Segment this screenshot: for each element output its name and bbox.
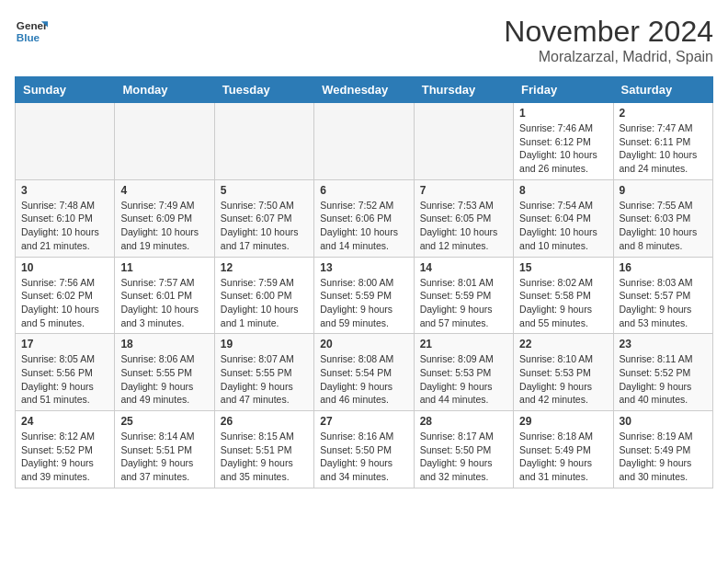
day-info: Sunrise: 8:06 AM Sunset: 5:55 PM Dayligh… — [120, 352, 208, 407]
day-number: 6 — [320, 184, 407, 197]
calendar-week-1: 1Sunrise: 7:46 AM Sunset: 6:12 PM Daylig… — [16, 103, 713, 180]
day-info: Sunrise: 8:05 AM Sunset: 5:56 PM Dayligh… — [21, 352, 108, 407]
calendar-header-monday: Monday — [115, 77, 214, 103]
day-info: Sunrise: 8:09 AM Sunset: 5:53 PM Dayligh… — [420, 352, 507, 407]
calendar-header-row: SundayMondayTuesdayWednesdayThursdayFrid… — [16, 77, 713, 103]
calendar-week-3: 10Sunrise: 7:56 AM Sunset: 6:02 PM Dayli… — [16, 257, 713, 334]
calendar-cell: 21Sunrise: 8:09 AM Sunset: 5:53 PM Dayli… — [414, 334, 513, 411]
day-number: 3 — [21, 184, 108, 197]
calendar-cell: 18Sunrise: 8:06 AM Sunset: 5:55 PM Dayli… — [115, 334, 214, 411]
day-number: 30 — [620, 415, 707, 428]
calendar-cell: 7Sunrise: 7:53 AM Sunset: 6:05 PM Daylig… — [414, 179, 513, 257]
day-number: 10 — [21, 261, 108, 274]
day-info: Sunrise: 8:03 AM Sunset: 5:57 PM Dayligh… — [620, 276, 707, 330]
day-info: Sunrise: 8:00 AM Sunset: 5:59 PM Dayligh… — [320, 276, 407, 330]
day-number: 1 — [519, 107, 607, 120]
calendar-cell: 3Sunrise: 7:48 AM Sunset: 6:10 PM Daylig… — [16, 179, 115, 257]
calendar-cell: 6Sunrise: 7:52 AM Sunset: 6:06 PM Daylig… — [314, 179, 414, 257]
day-info: Sunrise: 7:50 AM Sunset: 6:07 PM Dayligh… — [221, 199, 308, 253]
calendar-cell: 13Sunrise: 8:00 AM Sunset: 5:59 PM Dayli… — [314, 257, 414, 334]
calendar-cell — [16, 103, 115, 180]
day-number: 12 — [221, 261, 308, 274]
day-info: Sunrise: 7:46 AM Sunset: 6:12 PM Dayligh… — [519, 121, 607, 176]
calendar-cell: 9Sunrise: 7:55 AM Sunset: 6:03 PM Daylig… — [613, 179, 712, 257]
day-info: Sunrise: 8:15 AM Sunset: 5:51 PM Dayligh… — [221, 430, 308, 484]
calendar-cell: 29Sunrise: 8:18 AM Sunset: 5:49 PM Dayli… — [514, 411, 613, 488]
calendar-cell — [314, 103, 414, 180]
day-number: 18 — [120, 338, 208, 350]
day-number: 14 — [420, 261, 507, 274]
calendar-cell: 2Sunrise: 7:47 AM Sunset: 6:11 PM Daylig… — [613, 103, 712, 180]
day-info: Sunrise: 7:55 AM Sunset: 6:03 PM Dayligh… — [620, 199, 707, 253]
day-number: 29 — [519, 415, 607, 428]
day-info: Sunrise: 8:16 AM Sunset: 5:50 PM Dayligh… — [320, 430, 407, 484]
calendar-cell: 15Sunrise: 8:02 AM Sunset: 5:58 PM Dayli… — [514, 257, 613, 334]
day-info: Sunrise: 7:48 AM Sunset: 6:10 PM Dayligh… — [21, 199, 108, 253]
day-number: 21 — [420, 338, 507, 350]
month-title: November 2024 — [504, 15, 713, 49]
calendar-cell — [414, 103, 513, 180]
calendar-cell: 25Sunrise: 8:14 AM Sunset: 5:51 PM Dayli… — [115, 411, 214, 488]
calendar-cell: 14Sunrise: 8:01 AM Sunset: 5:59 PM Dayli… — [414, 257, 513, 334]
day-info: Sunrise: 8:02 AM Sunset: 5:58 PM Dayligh… — [519, 276, 607, 330]
day-number: 16 — [620, 261, 707, 274]
day-number: 25 — [120, 415, 208, 428]
day-info: Sunrise: 8:10 AM Sunset: 5:53 PM Dayligh… — [519, 352, 607, 407]
calendar-cell: 27Sunrise: 8:16 AM Sunset: 5:50 PM Dayli… — [314, 411, 414, 488]
day-number: 11 — [120, 261, 208, 274]
day-info: Sunrise: 8:18 AM Sunset: 5:49 PM Dayligh… — [519, 430, 607, 484]
day-info: Sunrise: 8:17 AM Sunset: 5:50 PM Dayligh… — [420, 430, 507, 484]
calendar-cell: 30Sunrise: 8:19 AM Sunset: 5:49 PM Dayli… — [613, 411, 712, 488]
day-info: Sunrise: 7:53 AM Sunset: 6:05 PM Dayligh… — [420, 199, 507, 253]
day-number: 26 — [221, 415, 308, 428]
day-info: Sunrise: 7:49 AM Sunset: 6:09 PM Dayligh… — [120, 199, 208, 253]
day-info: Sunrise: 8:12 AM Sunset: 5:52 PM Dayligh… — [21, 430, 108, 484]
calendar-header-thursday: Thursday — [414, 77, 513, 103]
calendar-header-saturday: Saturday — [613, 77, 712, 103]
calendar-cell: 8Sunrise: 7:54 AM Sunset: 6:04 PM Daylig… — [514, 179, 613, 257]
calendar-cell: 22Sunrise: 8:10 AM Sunset: 5:53 PM Dayli… — [514, 334, 613, 411]
day-info: Sunrise: 7:52 AM Sunset: 6:06 PM Dayligh… — [320, 199, 407, 253]
day-number: 22 — [519, 338, 607, 350]
calendar-cell: 23Sunrise: 8:11 AM Sunset: 5:52 PM Dayli… — [613, 334, 712, 411]
day-info: Sunrise: 8:14 AM Sunset: 5:51 PM Dayligh… — [120, 430, 208, 484]
day-info: Sunrise: 7:57 AM Sunset: 6:01 PM Dayligh… — [120, 276, 208, 330]
calendar-cell: 11Sunrise: 7:57 AM Sunset: 6:01 PM Dayli… — [115, 257, 214, 334]
day-number: 17 — [21, 338, 108, 350]
calendar-table: SundayMondayTuesdayWednesdayThursdayFrid… — [15, 76, 713, 488]
calendar-week-5: 24Sunrise: 8:12 AM Sunset: 5:52 PM Dayli… — [16, 411, 713, 488]
calendar-cell: 20Sunrise: 8:08 AM Sunset: 5:54 PM Dayli… — [314, 334, 414, 411]
day-number: 24 — [21, 415, 108, 428]
calendar-cell: 17Sunrise: 8:05 AM Sunset: 5:56 PM Dayli… — [16, 334, 115, 411]
calendar-cell: 16Sunrise: 8:03 AM Sunset: 5:57 PM Dayli… — [613, 257, 712, 334]
day-number: 23 — [620, 338, 707, 350]
calendar-header-tuesday: Tuesday — [214, 77, 313, 103]
day-info: Sunrise: 7:56 AM Sunset: 6:02 PM Dayligh… — [21, 276, 108, 330]
day-info: Sunrise: 8:19 AM Sunset: 5:49 PM Dayligh… — [620, 430, 707, 484]
day-number: 4 — [120, 184, 208, 197]
calendar-cell: 5Sunrise: 7:50 AM Sunset: 6:07 PM Daylig… — [214, 179, 313, 257]
calendar-cell: 4Sunrise: 7:49 AM Sunset: 6:09 PM Daylig… — [115, 179, 214, 257]
calendar-week-4: 17Sunrise: 8:05 AM Sunset: 5:56 PM Dayli… — [16, 334, 713, 411]
calendar-cell: 26Sunrise: 8:15 AM Sunset: 5:51 PM Dayli… — [214, 411, 313, 488]
svg-text:Blue: Blue — [17, 31, 40, 43]
day-info: Sunrise: 8:11 AM Sunset: 5:52 PM Dayligh… — [620, 352, 707, 407]
calendar-cell: 24Sunrise: 8:12 AM Sunset: 5:52 PM Dayli… — [16, 411, 115, 488]
day-number: 27 — [320, 415, 407, 428]
day-info: Sunrise: 8:07 AM Sunset: 5:55 PM Dayligh… — [221, 352, 308, 407]
location-title: Moralzarzal, Madrid, Spain — [504, 49, 713, 65]
calendar-cell — [214, 103, 313, 180]
day-number: 19 — [221, 338, 308, 350]
calendar-cell: 19Sunrise: 8:07 AM Sunset: 5:55 PM Dayli… — [214, 334, 313, 411]
calendar-cell — [115, 103, 214, 180]
day-number: 5 — [221, 184, 308, 197]
calendar-cell: 10Sunrise: 7:56 AM Sunset: 6:02 PM Dayli… — [16, 257, 115, 334]
svg-text:General: General — [17, 19, 48, 31]
day-number: 7 — [420, 184, 507, 197]
calendar-header-friday: Friday — [514, 77, 613, 103]
calendar-header-wednesday: Wednesday — [314, 77, 414, 103]
calendar-cell: 12Sunrise: 7:59 AM Sunset: 6:00 PM Dayli… — [214, 257, 313, 334]
page-header: General Blue November 2024 Moralzarzal, … — [15, 15, 713, 65]
day-number: 15 — [519, 261, 607, 274]
day-info: Sunrise: 7:54 AM Sunset: 6:04 PM Dayligh… — [519, 199, 607, 253]
